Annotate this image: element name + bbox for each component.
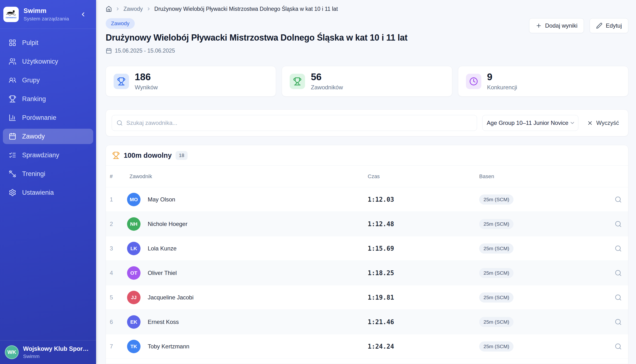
stat-label: Konkurencji: [487, 84, 517, 91]
table-row[interactable]: 6 EK Ernest Koss 1:21.46 25m (SCM): [106, 310, 628, 334]
x-icon: [587, 120, 593, 126]
group-icon: [9, 76, 16, 84]
stat-card-swimmers: 56 Zawodników: [282, 66, 452, 96]
sidebar-item-zawody[interactable]: Zawody: [3, 129, 93, 144]
pool-badge: 25m (SCM): [479, 292, 514, 302]
club-subtitle: Swimm: [23, 354, 90, 359]
sidebar-footer[interactable]: WK Wojskowy Klub Sportowy ... Swimm: [0, 340, 96, 364]
table-row[interactable]: 2 NH Nichole Hoeger 1:12.48 25m (SCM): [106, 212, 628, 236]
dashboard-icon: [9, 39, 16, 46]
results-card: 100m dowolny 18 # Zawodnik Czas Basen 1 …: [106, 145, 628, 364]
stat-value: 9: [487, 72, 517, 82]
add-results-button[interactable]: Dodaj wyniki: [529, 18, 584, 33]
edit-button[interactable]: Edytuj: [590, 18, 628, 33]
age-group-value: Age Group 10–11 Junior Novice: [487, 120, 568, 126]
sidebar-item-sprawdziany[interactable]: Sprawdziany: [3, 148, 93, 163]
club-name: Wojskowy Klub Sportowy ...: [23, 345, 90, 352]
sidebar-item-u-ytkownicy[interactable]: Użytkownicy: [3, 54, 93, 69]
clear-filter-button[interactable]: Wyczyść: [584, 117, 622, 129]
sidebar-collapse-icon[interactable]: [80, 11, 86, 18]
pool-badge: 25m (SCM): [479, 219, 514, 229]
swimmer-name: Ernest Koss: [145, 318, 368, 325]
calendar-icon: [106, 48, 112, 54]
sidebar-item-ranking[interactable]: Ranking: [3, 91, 93, 106]
home-icon[interactable]: [106, 6, 112, 12]
chart-icon: [9, 114, 16, 122]
dumbbell-icon: [9, 170, 16, 178]
app-subtitle: System zarządzania: [24, 16, 69, 22]
app-name: Swimm: [24, 7, 69, 15]
pool-badge: 25m (SCM): [479, 244, 514, 254]
magnifier-icon[interactable]: [614, 220, 624, 228]
avatar: OT: [127, 266, 140, 280]
sidebar-item-pulpit[interactable]: Pulpit: [3, 35, 93, 50]
breadcrumb-link-zawody[interactable]: Zawody: [124, 6, 143, 12]
sidebar-item-grupy[interactable]: Grupy: [3, 72, 93, 88]
sidebar-item-por-wnanie[interactable]: Porównanie: [3, 110, 93, 125]
avatar: EK: [127, 315, 140, 329]
swimmer-name: May Olson: [145, 196, 368, 203]
swimmer-name: Toby Kertzmann: [145, 343, 368, 350]
table-row[interactable]: 1 MO May Olson 1:12.03 25m (SCM): [106, 187, 628, 212]
avatar: MO: [127, 193, 140, 206]
calendar-icon: [9, 132, 16, 140]
time-cell: 1:19.81: [368, 294, 479, 301]
page-title: Drużynowy Wielobój Pływacki Mistrzostwa …: [106, 33, 407, 43]
table-row[interactable]: 4 OT Oliver Thiel 1:18.25 25m (SCM): [106, 261, 628, 285]
sidebar: SWIMMING Swimm System zarządzania Pulpit…: [0, 0, 96, 364]
brand: SWIMMING Swimm System zarządzania: [0, 0, 96, 29]
swimmer-logo-icon: [6, 10, 16, 16]
logo-wordmark: SWIMMING: [6, 16, 16, 19]
filter-bar: Age Group 10–11 Junior Novice Wyczyść: [106, 110, 628, 136]
chevron-right-icon: [146, 6, 151, 11]
stat-label: Zawodników: [311, 84, 343, 91]
table-row[interactable]: 7 TK Toby Kertzmann 1:24.24 25m (SCM): [106, 334, 628, 359]
stats-cards: 186 Wyników 56 Zawodników 9 Konkurencji: [106, 66, 628, 96]
gear-icon: [9, 189, 16, 196]
magnifier-icon[interactable]: [614, 196, 624, 203]
magnifier-icon[interactable]: [614, 343, 624, 350]
stat-value: 56: [311, 72, 343, 82]
stat-card-events: 9 Konkurencji: [458, 66, 628, 96]
pool-badge: 25m (SCM): [479, 342, 514, 352]
breadcrumb-current: Drużynowy Wielobój Pływacki Mistrzostwa …: [154, 6, 338, 12]
stat-label: Wyników: [135, 84, 158, 91]
magnifier-icon[interactable]: [614, 318, 624, 326]
clock-icon: [466, 74, 481, 89]
pool-badge: 25m (SCM): [479, 317, 514, 327]
trophy-icon: [114, 74, 129, 89]
chevron-down-icon: [570, 120, 575, 126]
table-row[interactable]: 3 LK Lola Kunze 1:15.69 25m (SCM): [106, 236, 628, 261]
magnifier-icon[interactable]: [614, 245, 624, 252]
search-input[interactable]: [112, 115, 477, 131]
clear-filter-label: Wyczyść: [596, 120, 619, 126]
pencil-icon: [596, 22, 602, 29]
breadcrumb: Zawody Drużynowy Wielobój Pływacki Mistr…: [106, 5, 628, 12]
checklist-icon: [9, 151, 16, 159]
rank-cell: 5: [110, 294, 127, 301]
users-icon: [9, 58, 16, 65]
swimmer-name: Jacqueline Jacobi: [145, 294, 368, 301]
event-title: 100m dowolny: [124, 152, 172, 160]
rank-cell: 4: [110, 270, 127, 276]
pool-badge: 25m (SCM): [479, 194, 514, 204]
stat-card-results: 186 Wyników: [106, 66, 276, 96]
age-group-select[interactable]: Age Group 10–11 Junior Novice: [482, 115, 578, 131]
sidebar-item-treningi[interactable]: Treningi: [3, 166, 93, 182]
event-count-badge: 18: [176, 151, 188, 160]
stat-value: 186: [135, 72, 158, 82]
pool-badge: 25m (SCM): [479, 268, 514, 278]
col-swimmer: Zawodnik: [127, 173, 368, 180]
rank-cell: 3: [110, 245, 127, 252]
date-range: 15.06.2025 - 15.06.2025: [115, 48, 175, 54]
time-cell: 1:12.03: [368, 196, 479, 203]
sidebar-nav: Pulpit Użytkownicy Grupy Ranking Porówna…: [0, 29, 96, 204]
avatar: TK: [127, 340, 140, 353]
sidebar-item-ustawienia[interactable]: Ustawienia: [3, 185, 93, 200]
rank-cell: 7: [110, 343, 127, 350]
magnifier-icon[interactable]: [614, 294, 624, 301]
magnifier-icon[interactable]: [614, 270, 624, 276]
col-pool: Basen: [479, 173, 614, 180]
trophy-icon: [112, 152, 120, 159]
table-row[interactable]: 5 JJ Jacqueline Jacobi 1:19.81 25m (SCM): [106, 285, 628, 310]
